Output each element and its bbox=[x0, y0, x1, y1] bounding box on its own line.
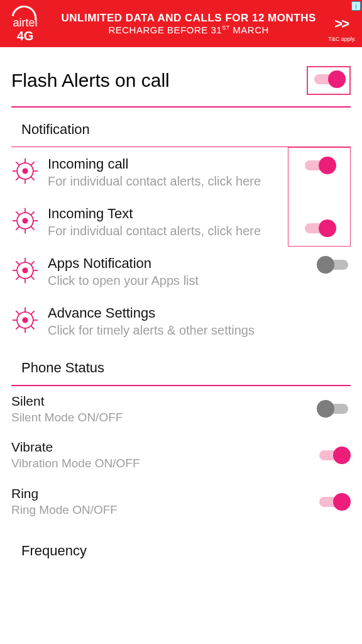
ad-terms: T&C apply. bbox=[328, 36, 356, 42]
ad-brand-sub: 4G bbox=[17, 30, 34, 42]
header-row: Flash Alerts on call bbox=[11, 47, 351, 106]
row-subtitle: Ring Mode ON/OFF bbox=[11, 502, 303, 518]
page-title: Flash Alerts on call bbox=[11, 70, 170, 91]
incoming-text-toggle[interactable] bbox=[302, 219, 336, 238]
row-title: Silent bbox=[11, 394, 303, 409]
svg-line-7 bbox=[31, 177, 35, 180]
svg-point-11 bbox=[23, 218, 27, 223]
ad-subline-post: MARCH bbox=[230, 25, 269, 35]
svg-point-31 bbox=[23, 318, 27, 322]
svg-line-6 bbox=[16, 162, 19, 165]
gear-icon bbox=[11, 257, 39, 284]
gear-icon bbox=[11, 207, 39, 235]
svg-line-17 bbox=[31, 226, 35, 230]
svg-line-28 bbox=[31, 261, 35, 265]
row-apps-notification[interactable]: Apps Notification Click to open your App… bbox=[11, 247, 351, 296]
ad-info-icon[interactable]: i bbox=[351, 1, 361, 11]
svg-line-37 bbox=[31, 326, 35, 330]
ad-subline-sup: ST bbox=[222, 25, 230, 31]
incoming-call-toggle[interactable] bbox=[302, 156, 336, 175]
svg-line-39 bbox=[16, 326, 19, 330]
section-title-notification: Notification bbox=[11, 108, 351, 147]
svg-line-9 bbox=[16, 177, 19, 180]
arrow-right-icon: >> bbox=[334, 16, 348, 32]
row-subtitle: For individual contact alerts, click her… bbox=[48, 174, 283, 189]
svg-line-19 bbox=[16, 226, 19, 230]
ad-logo: airtel 4G bbox=[13, 6, 38, 42]
svg-line-38 bbox=[31, 311, 35, 314]
svg-point-21 bbox=[23, 268, 27, 272]
ad-banner[interactable]: airtel 4G UNLIMITED DATA AND CALLS FOR 1… bbox=[0, 0, 362, 47]
row-subtitle: Click to open your Apps list bbox=[48, 273, 303, 289]
gear-icon bbox=[11, 157, 39, 185]
apps-notification-toggle[interactable] bbox=[317, 255, 351, 274]
svg-line-8 bbox=[31, 162, 35, 165]
svg-line-29 bbox=[16, 276, 19, 280]
row-title: Vibrate bbox=[11, 440, 303, 455]
row-title: Advance Settings bbox=[48, 305, 346, 321]
row-title: Incoming call bbox=[48, 156, 283, 172]
svg-line-26 bbox=[16, 261, 19, 265]
svg-line-27 bbox=[31, 276, 35, 280]
section-title-frequency: Frequency bbox=[11, 525, 351, 559]
row-title: Ring bbox=[11, 486, 303, 501]
svg-line-18 bbox=[31, 211, 35, 215]
row-incoming-text[interactable]: Incoming Text For individual contact ale… bbox=[11, 197, 288, 247]
ad-text: UNLIMITED DATA AND CALLS FOR 12 MONTHS R… bbox=[50, 12, 327, 35]
row-subtitle: For individual contact alerts, click her… bbox=[48, 223, 283, 239]
row-silent[interactable]: Silent Silent Mode ON/OFF bbox=[11, 386, 351, 433]
vibrate-toggle[interactable] bbox=[317, 446, 351, 465]
svg-line-36 bbox=[16, 311, 19, 314]
row-title: Apps Notification bbox=[48, 255, 303, 272]
row-ring[interactable]: Ring Ring Mode ON/OFF bbox=[11, 479, 351, 525]
row-incoming-call[interactable]: Incoming call For individual contact ale… bbox=[11, 147, 288, 197]
svg-point-1 bbox=[23, 169, 27, 173]
row-title: Incoming Text bbox=[48, 206, 283, 222]
ad-subline: RECHARGE BEFORE 31ST MARCH bbox=[50, 25, 327, 35]
svg-line-16 bbox=[16, 211, 19, 215]
highlight-box bbox=[307, 66, 351, 95]
row-advance-settings[interactable]: Advance Settings Click for timely alerts… bbox=[11, 296, 351, 346]
highlight-box bbox=[288, 147, 351, 247]
ring-toggle[interactable] bbox=[317, 492, 351, 511]
row-vibrate[interactable]: Vibrate Vibration Mode ON/OFF bbox=[11, 432, 351, 479]
gear-icon bbox=[11, 306, 39, 334]
silent-toggle[interactable] bbox=[317, 399, 351, 418]
ad-subline-pre: RECHARGE BEFORE 31 bbox=[108, 25, 222, 35]
row-subtitle: Silent Mode ON/OFF bbox=[11, 410, 303, 425]
row-subtitle: Vibration Mode ON/OFF bbox=[11, 456, 303, 471]
ad-headline: UNLIMITED DATA AND CALLS FOR 12 MONTHS bbox=[50, 12, 327, 25]
section-title-phone-status: Phone Status bbox=[11, 346, 351, 385]
row-subtitle: Click for timely alerts & other settings bbox=[48, 323, 346, 338]
master-toggle[interactable] bbox=[312, 70, 346, 89]
